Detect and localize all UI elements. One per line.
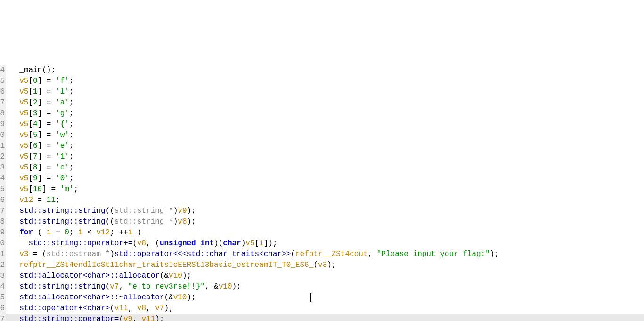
code-content[interactable]: std::string::string(v7, "e_to_rev3rse!!}…	[6, 281, 644, 292]
code-content[interactable]: std::string::string((std::string *)v9);	[6, 206, 644, 217]
code-line[interactable]: 9 for ( i = 0; i < v12; ++i )	[0, 227, 644, 238]
code-line[interactable]: 4 v5[9] = '0';	[0, 173, 644, 184]
code-content[interactable]: std::string::string((std::string *)v8);	[6, 217, 644, 227]
line-number: 5	[0, 184, 6, 195]
line-number: 4	[0, 65, 6, 76]
code-line[interactable]: 3 v5[8] = 'c';	[0, 162, 644, 173]
line-number: 5	[0, 76, 6, 87]
line-number: 1	[0, 249, 6, 260]
code-line[interactable]: 7 std::string::operator=(v9, v11);	[0, 314, 644, 321]
line-number: 6	[0, 195, 6, 206]
line-number: 7	[0, 97, 6, 108]
code-content[interactable]: v5[9] = '0';	[6, 173, 644, 184]
line-number: 2	[0, 260, 6, 271]
line-number: 1	[0, 141, 6, 152]
code-content[interactable]: v5[1] = 'l';	[6, 87, 644, 97]
line-number: 0	[0, 238, 6, 249]
code-content[interactable]: _main();	[6, 65, 644, 76]
code-content[interactable]: v5[2] = 'a';	[6, 97, 644, 108]
code-line[interactable]: 2 refptr__ZSt4endlIcSt11char_traitsIcEER…	[0, 260, 644, 271]
code-line[interactable]: 4 std::string::string(v7, "e_to_rev3rse!…	[0, 281, 644, 292]
code-content[interactable]: std::allocator<char>::allocator(&v10);	[6, 271, 644, 281]
line-number: 8	[0, 217, 6, 227]
code-content[interactable]: v5[7] = '1';	[6, 152, 644, 162]
code-content[interactable]: v5[5] = 'w';	[6, 130, 644, 141]
code-editor[interactable]: 4 _main();5 v5[0] = 'f';6 v5[1] = 'l';7 …	[0, 43, 644, 321]
code-lines[interactable]: 4 _main();5 v5[0] = 'f';6 v5[1] = 'l';7 …	[0, 65, 644, 321]
code-content[interactable]: v12 = 11;	[6, 195, 644, 206]
code-line[interactable]: 1 v5[6] = 'e';	[0, 141, 644, 152]
line-number: 3	[0, 162, 6, 173]
code-content[interactable]: std::string::operator=(v9, v11);	[6, 314, 644, 321]
line-number: 4	[0, 173, 6, 184]
code-line[interactable]: 6 v12 = 11;	[0, 195, 644, 206]
line-number: 8	[0, 108, 6, 119]
code-content[interactable]: for ( i = 0; i < v12; ++i )	[6, 227, 644, 238]
code-content[interactable]: v5[0] = 'f';	[6, 76, 644, 87]
code-line[interactable]: 9 v5[4] = '{';	[0, 119, 644, 130]
line-number: 9	[0, 227, 6, 238]
code-content[interactable]: std::operator+<char>(v11, v8, v7);	[6, 303, 644, 314]
code-content[interactable]: v5[4] = '{';	[6, 119, 644, 130]
line-number: 2	[0, 152, 6, 162]
code-line[interactable]: 3 std::allocator<char>::allocator(&v10);	[0, 271, 644, 281]
code-content[interactable]: v3 = (std::ostream *)std::operator<<<std…	[6, 249, 644, 260]
line-number: 6	[0, 303, 6, 314]
code-content[interactable]: std::allocator<char>::~allocator(&v10);	[6, 292, 644, 303]
code-content[interactable]: v5[8] = 'c';	[6, 162, 644, 173]
line-number: 6	[0, 87, 6, 97]
line-number: 0	[0, 130, 6, 141]
code-line[interactable]: 6 v5[1] = 'l';	[0, 87, 644, 97]
code-content[interactable]: std::string::operator+=(v8, (unsigned in…	[6, 238, 644, 249]
code-line[interactable]: 4 _main();	[0, 65, 644, 76]
code-line[interactable]: 8 std::string::string((std::string *)v8)…	[0, 217, 644, 227]
code-line[interactable]: 1 v3 = (std::ostream *)std::operator<<<s…	[0, 249, 644, 260]
code-line[interactable]: 6 std::operator+<char>(v11, v8, v7);	[0, 303, 644, 314]
code-line[interactable]: 0 v5[5] = 'w';	[0, 130, 644, 141]
line-number: 5	[0, 292, 6, 303]
code-line[interactable]: 5 v5[0] = 'f';	[0, 76, 644, 87]
code-line[interactable]: 7 v5[2] = 'a';	[0, 97, 644, 108]
line-number: 7	[0, 314, 6, 321]
line-number: 9	[0, 119, 6, 130]
code-content[interactable]: refptr__ZSt4endlIcSt11char_traitsIcEERSt…	[6, 260, 644, 271]
code-line[interactable]: 8 v5[3] = 'g';	[0, 108, 644, 119]
line-number: 4	[0, 281, 6, 292]
code-content[interactable]: v5[10] = 'm';	[6, 184, 644, 195]
line-number: 3	[0, 271, 6, 281]
code-content[interactable]: v5[3] = 'g';	[6, 108, 644, 119]
text-cursor	[310, 293, 311, 302]
code-line[interactable]: 7 std::string::string((std::string *)v9)…	[0, 206, 644, 217]
code-line[interactable]: 0 std::string::operator+=(v8, (unsigned …	[0, 238, 644, 249]
code-line[interactable]: 2 v5[7] = '1';	[0, 152, 644, 162]
code-line[interactable]: 5 std::allocator<char>::~allocator(&v10)…	[0, 292, 644, 303]
line-number: 7	[0, 206, 6, 217]
code-content[interactable]: v5[6] = 'e';	[6, 141, 644, 152]
code-line[interactable]: 5 v5[10] = 'm';	[0, 184, 644, 195]
